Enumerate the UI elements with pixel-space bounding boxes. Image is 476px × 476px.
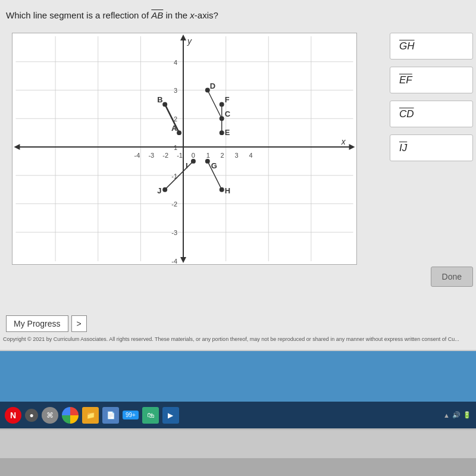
my-progress-bar: My Progress > (6, 315, 87, 332)
svg-text:-3: -3 (171, 229, 177, 236)
svg-point-60 (191, 159, 196, 164)
svg-text:1: 1 (206, 152, 210, 159)
svg-text:-4: -4 (134, 152, 140, 159)
taskbar-apple-icon[interactable]: ⌘ (42, 407, 58, 424)
svg-point-48 (220, 116, 224, 121)
svg-marker-17 (180, 257, 186, 263)
svg-text:H: H (225, 186, 230, 195)
coordinate-graph: y x -4 -3 -2 -1 0 1 2 3 4 4 3 2 1 -1 -2 … (12, 33, 356, 264)
axis-label: x (190, 10, 195, 20)
svg-marker-18 (349, 144, 355, 150)
taskbar-arrow-icon[interactable]: ▶ (162, 407, 179, 424)
svg-text:-2: -2 (171, 201, 177, 208)
svg-text:x: x (341, 137, 346, 146)
svg-text:2: 2 (221, 152, 224, 159)
taskbar-wifi-icon: ▲ (443, 412, 450, 419)
taskbar-badge-count: 99+ (126, 412, 136, 418)
svg-text:3: 3 (235, 152, 239, 159)
svg-text:y: y (187, 36, 192, 46)
taskbar-icon-2[interactable]: ● (25, 409, 38, 422)
taskbar-sound-icon: 🔊 (452, 411, 461, 419)
svg-text:3: 3 (174, 87, 177, 94)
svg-text:J: J (157, 186, 161, 195)
copyright-text: Copyright © 2021 by Curriculum Associate… (0, 335, 476, 343)
taskbar-right-area: ▲ 🔊 🔋 (443, 411, 471, 419)
svg-text:E: E (225, 128, 230, 137)
question-middle: in the (163, 10, 190, 20)
svg-point-52 (220, 130, 224, 135)
taskbar-folder-icon[interactable]: 📁 (82, 407, 99, 424)
answer-ef-label: EF (399, 74, 412, 86)
answer-ij-label: IJ (399, 142, 407, 154)
svg-point-62 (162, 187, 167, 192)
svg-text:0: 0 (192, 152, 195, 159)
answer-cd-label: CD (399, 108, 414, 120)
answer-option-cd[interactable]: CD (390, 101, 473, 127)
svg-point-46 (162, 102, 167, 107)
taskbar-store-icon[interactable]: 🛍 (142, 407, 159, 424)
answer-option-ef[interactable]: EF (390, 67, 473, 93)
taskbar-battery-icon: 🔋 (463, 411, 471, 419)
svg-text:C: C (225, 109, 230, 118)
svg-text:I: I (186, 161, 188, 170)
svg-point-56 (205, 159, 210, 164)
svg-text:D: D (210, 82, 215, 90)
laptop-bottom (0, 458, 476, 476)
segment-label: AB (151, 10, 163, 20)
svg-text:-4: -4 (171, 258, 177, 264)
taskbar-netflix-icon[interactable]: N (5, 407, 21, 424)
taskbar-badge[interactable]: 99+ (123, 411, 139, 419)
svg-point-50 (205, 88, 210, 93)
answer-options-panel: GH EF CD IJ (390, 33, 473, 161)
question-suffix: -axis? (195, 10, 218, 20)
graph-container: y x -4 -3 -2 -1 0 1 2 3 4 4 3 2 1 -1 -2 … (12, 33, 357, 265)
svg-text:4: 4 (249, 152, 252, 159)
taskbar-chrome-icon[interactable] (62, 407, 79, 424)
question-prefix: Which line segment is a reflection of (6, 10, 151, 20)
answer-option-gh[interactable]: GH (390, 33, 473, 60)
svg-point-58 (220, 187, 224, 192)
answer-gh-label: GH (399, 40, 415, 52)
done-button[interactable]: Done (431, 267, 473, 287)
laptop-body (0, 428, 476, 476)
svg-text:-1: -1 (177, 152, 183, 159)
taskbar: N ● ⌘ 📁 📄 99+ 🛍 ▶ ▲ 🔊 🔋 (0, 402, 476, 428)
svg-text:G: G (211, 161, 217, 170)
svg-text:F: F (225, 95, 230, 104)
svg-marker-19 (14, 144, 20, 150)
question-text: Which line segment is a reflection of AB… (6, 9, 470, 21)
taskbar-files-icon[interactable]: 📄 (102, 407, 119, 424)
answer-option-ij[interactable]: IJ (390, 134, 473, 161)
svg-marker-16 (180, 35, 186, 40)
svg-text:1: 1 (174, 144, 177, 151)
svg-text:A: A (171, 124, 177, 133)
svg-text:4: 4 (174, 59, 177, 66)
svg-point-54 (220, 102, 224, 107)
my-progress-arrow[interactable]: > (71, 315, 87, 332)
svg-point-44 (177, 130, 181, 135)
question-container: Which line segment is a reflection of AB… (6, 9, 470, 21)
svg-text:B: B (157, 95, 162, 104)
my-progress-label[interactable]: My Progress (6, 315, 68, 332)
svg-text:-3: -3 (148, 152, 154, 159)
svg-text:-2: -2 (162, 152, 168, 159)
